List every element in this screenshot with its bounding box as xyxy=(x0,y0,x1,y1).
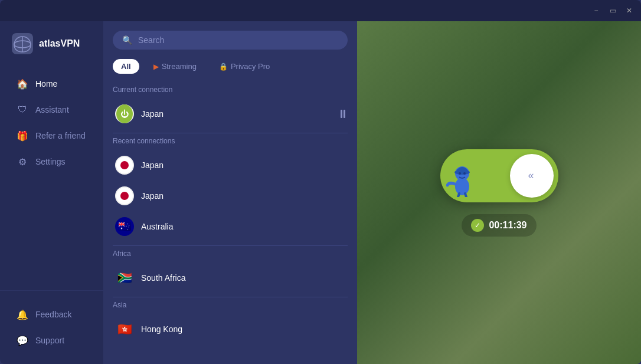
filter-tab-streaming[interactable]: ▶ Streaming xyxy=(145,59,205,74)
africa-section-label: Africa xyxy=(113,250,348,258)
nav-items: 🏠 Home 🛡 Assistant 🎁 Refer a friend ⚙ Se… xyxy=(0,72,103,284)
sidebar-item-label-support: Support xyxy=(35,336,64,345)
recent-connections-label: Recent connections xyxy=(113,137,348,145)
filter-tab-privacy-pro-label: Privacy Pro xyxy=(231,62,270,71)
filter-tab-streaming-label: Streaming xyxy=(162,62,197,71)
israel-item[interactable]: 🇮🇱 Israel xyxy=(113,345,348,355)
divider-2 xyxy=(113,245,348,246)
svg-point-6 xyxy=(459,172,461,175)
recent-connection-item-2[interactable]: 🇦🇺 Australia xyxy=(113,211,348,242)
logo-icon xyxy=(12,33,33,54)
svg-point-7 xyxy=(463,172,466,175)
recent-connection-name-0: Japan xyxy=(141,160,345,170)
vpn-toggle-knob[interactable]: « xyxy=(510,154,554,198)
hong-kong-name: Hong Kong xyxy=(141,324,345,334)
search-bar[interactable]: 🔍 xyxy=(113,31,348,50)
app-window: − ▭ ✕ atlasVPN 🏠 Home xyxy=(0,0,641,364)
chevron-left-icon: « xyxy=(528,169,534,182)
recent-connection-item-0[interactable]: Japan xyxy=(113,150,348,181)
power-icon: ⏻ xyxy=(116,104,133,123)
title-bar: − ▭ ✕ xyxy=(0,0,641,21)
recent-connection-name-2: Australia xyxy=(141,222,345,231)
sidebar-item-feedback[interactable]: 🔔 Feedback xyxy=(5,303,99,326)
search-icon: 🔍 xyxy=(122,35,132,45)
recent-connection-item-1[interactable]: Japan xyxy=(113,181,348,211)
divider-3 xyxy=(113,297,348,297)
refer-icon: 🎁 xyxy=(17,130,28,142)
support-icon: 💬 xyxy=(17,335,28,346)
hong-kong-item[interactable]: 🇭🇰 Hong Kong xyxy=(113,314,348,345)
streaming-play-icon: ▶ xyxy=(153,63,159,71)
filter-tab-all[interactable]: All xyxy=(113,59,139,74)
pause-button[interactable] xyxy=(341,110,345,118)
current-connection-label: Current connection xyxy=(113,86,348,94)
sidebar: atlasVPN 🏠 Home 🛡 Assistant 🎁 Refer a fr… xyxy=(0,21,103,364)
settings-icon: ⚙ xyxy=(17,156,28,168)
sidebar-item-label-refer: Refer a friend xyxy=(35,131,86,140)
current-connection-item[interactable]: ⏻ Japan xyxy=(113,99,348,129)
sidebar-item-label-feedback: Feedback xyxy=(35,310,71,319)
assistant-icon: 🛡 xyxy=(17,104,28,116)
logo-area: atlasVPN xyxy=(0,33,103,72)
south-africa-item[interactable]: 🇿🇦 South Africa xyxy=(113,263,348,293)
recent-flag-1 xyxy=(115,186,134,205)
vpn-toggle-area: « ✓ 00:11:39 xyxy=(440,149,558,237)
sidebar-item-label-settings: Settings xyxy=(35,157,66,166)
recent-flag-2: 🇦🇺 xyxy=(115,217,134,236)
sidebar-item-home[interactable]: 🏠 Home xyxy=(5,72,99,96)
sidebar-item-label-assistant: Assistant xyxy=(35,105,69,114)
recent-flag-0 xyxy=(115,156,134,175)
svg-point-5 xyxy=(454,170,470,175)
sidebar-item-assistant[interactable]: 🛡 Assistant xyxy=(5,98,99,122)
filter-tabs: All ▶ Streaming 🔒 Privacy Pro xyxy=(113,59,348,74)
close-button[interactable]: ✕ xyxy=(624,6,634,15)
right-panel: « ✓ 00:11:39 xyxy=(357,21,641,364)
main-layout: atlasVPN 🏠 Home 🛡 Assistant 🎁 Refer a fr… xyxy=(0,21,641,364)
sidebar-item-label-home: Home xyxy=(35,79,57,88)
south-africa-flag: 🇿🇦 xyxy=(115,268,134,287)
filter-tab-privacy-pro[interactable]: 🔒 Privacy Pro xyxy=(211,59,278,74)
south-africa-name: South Africa xyxy=(141,273,345,283)
search-input[interactable] xyxy=(138,35,338,45)
israel-flag: 🇮🇱 xyxy=(115,350,134,355)
sidebar-item-refer[interactable]: 🎁 Refer a friend xyxy=(5,124,99,147)
maximize-button[interactable]: ▭ xyxy=(608,6,617,15)
current-connection-flag: ⏻ xyxy=(115,104,134,123)
divider-1 xyxy=(113,133,348,133)
timer-badge: ✓ 00:11:39 xyxy=(462,214,536,237)
recent-connection-name-1: Japan xyxy=(141,191,345,201)
sidebar-item-settings[interactable]: ⚙ Settings xyxy=(5,150,99,173)
vpn-toggle[interactable]: « xyxy=(440,149,558,202)
vpn-mascot xyxy=(446,156,479,199)
minimize-button[interactable]: − xyxy=(591,6,601,15)
asia-section-label: Asia xyxy=(113,301,348,309)
sidebar-item-support[interactable]: 💬 Support xyxy=(5,329,99,352)
home-icon: 🏠 xyxy=(17,78,28,90)
content-panel: 🔍 All ▶ Streaming 🔒 Privacy Pro xyxy=(103,21,357,364)
hong-kong-flag: 🇭🇰 xyxy=(115,320,134,339)
timer-text: 00:11:39 xyxy=(489,220,526,231)
current-connection-name: Japan xyxy=(141,109,333,119)
feedback-icon: 🔔 xyxy=(17,309,28,320)
check-icon: ✓ xyxy=(471,219,484,232)
lock-icon: 🔒 xyxy=(219,63,228,71)
filter-tab-all-label: All xyxy=(121,62,131,71)
connections-list[interactable]: Current connection ⏻ Japan Recen xyxy=(113,83,348,355)
app-title: atlasVPN xyxy=(39,38,80,49)
nav-bottom: 🔔 Feedback 💬 Support xyxy=(0,290,103,352)
